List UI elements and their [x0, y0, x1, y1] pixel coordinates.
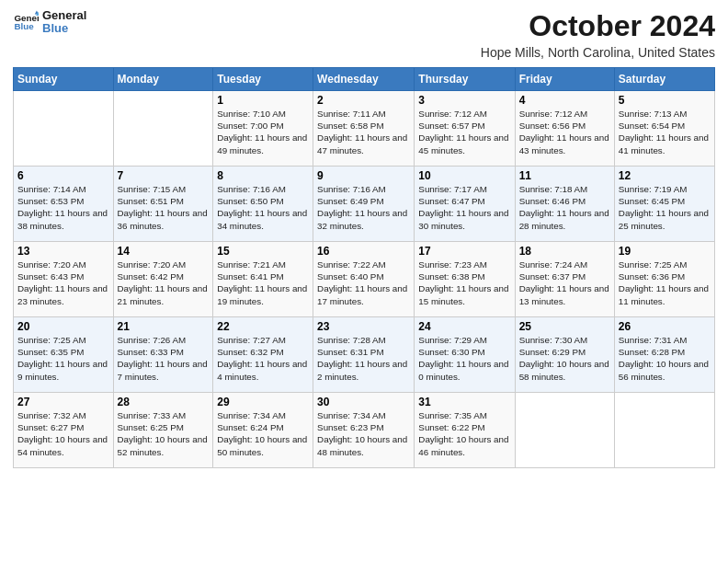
day-info: Sunrise: 7:16 AM Sunset: 6:49 PM Dayligh… [317, 183, 410, 232]
calendar-cell: 15Sunrise: 7:21 AM Sunset: 6:41 PM Dayli… [213, 242, 313, 317]
calendar-body: 1Sunrise: 7:10 AM Sunset: 7:00 PM Daylig… [14, 91, 715, 468]
header-wednesday: Wednesday [313, 68, 415, 91]
calendar-table: Sunday Monday Tuesday Wednesday Thursday… [13, 67, 715, 468]
day-info: Sunrise: 7:26 AM Sunset: 6:33 PM Dayligh… [118, 334, 210, 383]
calendar-cell: 22Sunrise: 7:27 AM Sunset: 6:32 PM Dayli… [213, 317, 313, 393]
calendar-cell: 12Sunrise: 7:19 AM Sunset: 6:45 PM Dayli… [614, 167, 714, 242]
day-number: 16 [317, 245, 410, 258]
day-number: 6 [17, 169, 109, 182]
calendar-cell: 19Sunrise: 7:25 AM Sunset: 6:36 PM Dayli… [614, 242, 714, 317]
calendar-cell: 6Sunrise: 7:14 AM Sunset: 6:53 PM Daylig… [14, 167, 114, 242]
day-number: 19 [619, 245, 711, 258]
day-info: Sunrise: 7:28 AM Sunset: 6:31 PM Dayligh… [317, 334, 410, 383]
title-block: October 2024 Hope Mills, North Carolina,… [481, 9, 715, 60]
day-number: 21 [118, 320, 210, 333]
header-monday: Monday [113, 68, 213, 91]
header-sunday: Sunday [14, 68, 114, 91]
calendar-cell: 16Sunrise: 7:22 AM Sunset: 6:40 PM Dayli… [313, 242, 415, 317]
calendar-week-row: 20Sunrise: 7:25 AM Sunset: 6:35 PM Dayli… [14, 317, 715, 393]
calendar-header: Sunday Monday Tuesday Wednesday Thursday… [14, 68, 715, 91]
calendar-cell: 5Sunrise: 7:13 AM Sunset: 6:54 PM Daylig… [614, 91, 714, 167]
calendar-cell: 11Sunrise: 7:18 AM Sunset: 6:46 PM Dayli… [515, 167, 614, 242]
calendar-week-row: 1Sunrise: 7:10 AM Sunset: 7:00 PM Daylig… [14, 91, 715, 167]
day-info: Sunrise: 7:13 AM Sunset: 6:54 PM Dayligh… [619, 108, 711, 156]
day-number: 28 [118, 396, 210, 408]
day-number: 11 [519, 169, 610, 182]
svg-text:Blue: Blue [14, 22, 34, 32]
day-number: 17 [418, 245, 510, 258]
day-number: 15 [217, 245, 309, 258]
day-info: Sunrise: 7:34 AM Sunset: 6:23 PM Dayligh… [317, 409, 410, 458]
calendar-cell: 26Sunrise: 7:31 AM Sunset: 6:28 PM Dayli… [614, 317, 714, 393]
weekday-header-row: Sunday Monday Tuesday Wednesday Thursday… [14, 68, 715, 91]
calendar-week-row: 27Sunrise: 7:32 AM Sunset: 6:27 PM Dayli… [14, 393, 715, 468]
header-saturday: Saturday [614, 68, 714, 91]
calendar-cell: 1Sunrise: 7:10 AM Sunset: 7:00 PM Daylig… [213, 91, 313, 167]
calendar-cell: 29Sunrise: 7:34 AM Sunset: 6:24 PM Dayli… [213, 393, 313, 468]
day-number: 20 [17, 320, 109, 333]
calendar-cell: 2Sunrise: 7:11 AM Sunset: 6:58 PM Daylig… [313, 91, 415, 167]
day-number: 23 [317, 320, 410, 333]
header: General Blue General Blue October 2024 H… [13, 9, 715, 60]
day-number: 8 [217, 169, 309, 182]
day-info: Sunrise: 7:25 AM Sunset: 6:35 PM Dayligh… [17, 334, 109, 383]
calendar-cell: 3Sunrise: 7:12 AM Sunset: 6:57 PM Daylig… [415, 91, 515, 167]
day-number: 10 [418, 169, 510, 182]
logo: General Blue General Blue [13, 9, 86, 36]
calendar-cell: 8Sunrise: 7:16 AM Sunset: 6:50 PM Daylig… [213, 167, 313, 242]
day-info: Sunrise: 7:18 AM Sunset: 6:46 PM Dayligh… [519, 183, 610, 232]
day-number: 3 [418, 94, 510, 107]
calendar-cell: 25Sunrise: 7:30 AM Sunset: 6:29 PM Dayli… [515, 317, 614, 393]
calendar-cell [614, 393, 714, 468]
day-info: Sunrise: 7:23 AM Sunset: 6:38 PM Dayligh… [418, 259, 510, 307]
day-number: 27 [17, 396, 109, 408]
day-number: 22 [217, 320, 309, 333]
calendar-cell: 17Sunrise: 7:23 AM Sunset: 6:38 PM Dayli… [415, 242, 515, 317]
day-info: Sunrise: 7:19 AM Sunset: 6:45 PM Dayligh… [619, 183, 711, 232]
day-number: 24 [418, 320, 510, 333]
day-number: 9 [317, 169, 410, 182]
day-info: Sunrise: 7:15 AM Sunset: 6:51 PM Dayligh… [118, 183, 210, 232]
day-info: Sunrise: 7:29 AM Sunset: 6:30 PM Dayligh… [418, 334, 510, 383]
month-title: October 2024 [481, 9, 715, 43]
day-number: 31 [418, 396, 510, 408]
calendar-cell: 21Sunrise: 7:26 AM Sunset: 6:33 PM Dayli… [113, 317, 213, 393]
day-info: Sunrise: 7:12 AM Sunset: 6:56 PM Dayligh… [519, 108, 610, 156]
day-number: 7 [118, 169, 210, 182]
header-tuesday: Tuesday [213, 68, 313, 91]
day-info: Sunrise: 7:12 AM Sunset: 6:57 PM Dayligh… [418, 108, 510, 156]
day-info: Sunrise: 7:14 AM Sunset: 6:53 PM Dayligh… [17, 183, 109, 232]
location: Hope Mills, North Carolina, United State… [481, 45, 715, 60]
day-info: Sunrise: 7:21 AM Sunset: 6:41 PM Dayligh… [217, 259, 309, 307]
calendar-cell: 7Sunrise: 7:15 AM Sunset: 6:51 PM Daylig… [113, 167, 213, 242]
day-number: 18 [519, 245, 610, 258]
calendar-cell: 24Sunrise: 7:29 AM Sunset: 6:30 PM Dayli… [415, 317, 515, 393]
day-info: Sunrise: 7:16 AM Sunset: 6:50 PM Dayligh… [217, 183, 309, 232]
day-number: 29 [217, 396, 309, 408]
logo-text-blue: Blue [42, 22, 86, 35]
day-info: Sunrise: 7:11 AM Sunset: 6:58 PM Dayligh… [317, 108, 410, 156]
day-info: Sunrise: 7:10 AM Sunset: 7:00 PM Dayligh… [217, 108, 309, 156]
day-number: 4 [519, 94, 610, 107]
day-number: 5 [619, 94, 711, 107]
calendar-cell: 31Sunrise: 7:35 AM Sunset: 6:22 PM Dayli… [415, 393, 515, 468]
day-number: 1 [217, 94, 309, 107]
header-thursday: Thursday [415, 68, 515, 91]
logo-text-general: General [42, 9, 86, 22]
day-info: Sunrise: 7:25 AM Sunset: 6:36 PM Dayligh… [619, 259, 711, 307]
day-info: Sunrise: 7:33 AM Sunset: 6:25 PM Dayligh… [118, 409, 210, 458]
day-number: 25 [519, 320, 610, 333]
calendar-cell [515, 393, 614, 468]
day-info: Sunrise: 7:31 AM Sunset: 6:28 PM Dayligh… [619, 334, 711, 383]
calendar-cell: 18Sunrise: 7:24 AM Sunset: 6:37 PM Dayli… [515, 242, 614, 317]
day-number: 2 [317, 94, 410, 107]
calendar-cell: 10Sunrise: 7:17 AM Sunset: 6:47 PM Dayli… [415, 167, 515, 242]
day-info: Sunrise: 7:22 AM Sunset: 6:40 PM Dayligh… [317, 259, 410, 307]
calendar-cell: 14Sunrise: 7:20 AM Sunset: 6:42 PM Dayli… [113, 242, 213, 317]
logo-icon: General Blue [13, 9, 39, 35]
day-info: Sunrise: 7:27 AM Sunset: 6:32 PM Dayligh… [217, 334, 309, 383]
day-number: 12 [619, 169, 711, 182]
header-friday: Friday [515, 68, 614, 91]
calendar-cell: 9Sunrise: 7:16 AM Sunset: 6:49 PM Daylig… [313, 167, 415, 242]
calendar-cell: 20Sunrise: 7:25 AM Sunset: 6:35 PM Dayli… [14, 317, 114, 393]
